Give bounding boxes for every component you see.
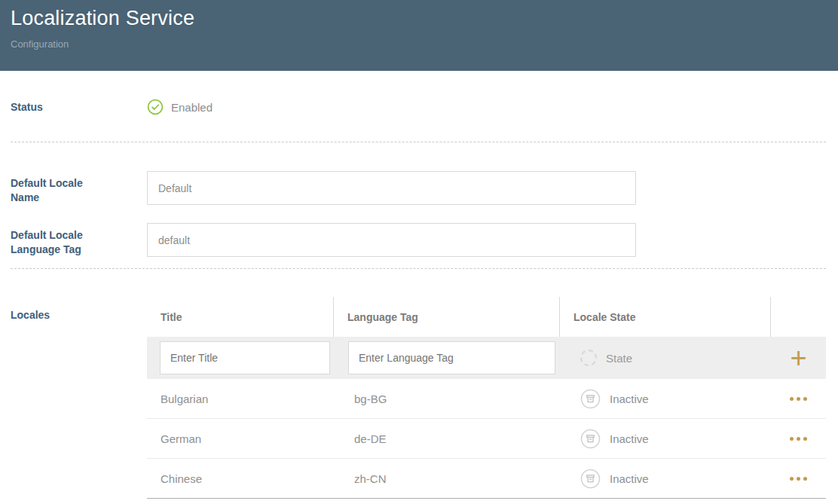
status-row: Status Enabled bbox=[11, 99, 826, 115]
locale-row-bulgarian: Bulgarian bg-BG Inactive bbox=[147, 379, 826, 419]
page-header: Localization Service Configuration bbox=[0, 0, 838, 71]
localization-service-page: Localization Service Configuration Statu… bbox=[0, 0, 838, 504]
locale-state-text: Inactive bbox=[610, 432, 649, 445]
locale-language-tag: zh-CN bbox=[334, 459, 560, 498]
add-locale-row: State + bbox=[147, 337, 826, 379]
locales-table: Title Language Tag Locale State bbox=[147, 297, 826, 499]
locale-title: German bbox=[147, 419, 334, 458]
inactive-state-icon bbox=[580, 389, 601, 409]
locale-row-german: German de-DE Inactive bbox=[147, 419, 826, 459]
default-locale-tag-input[interactable] bbox=[147, 223, 636, 257]
default-locale-tag-row: Default Locale Language Tag bbox=[11, 223, 826, 257]
column-header-language-tag: Language Tag bbox=[334, 297, 560, 337]
section-divider bbox=[11, 268, 826, 269]
inactive-state-icon bbox=[580, 469, 601, 489]
table-header-row: Title Language Tag Locale State bbox=[147, 297, 826, 337]
locale-title: Chinese bbox=[147, 459, 334, 498]
page-title: Localization Service bbox=[11, 7, 826, 30]
row-menu-ellipsis-icon[interactable] bbox=[787, 393, 810, 405]
new-locale-title-input[interactable] bbox=[160, 341, 330, 374]
locale-state-badge: Inactive bbox=[580, 389, 649, 409]
column-header-locale-state: Locale State bbox=[560, 297, 771, 337]
status-toggle[interactable]: Enabled bbox=[147, 99, 826, 115]
locales-section: Locales Title Language Tag Locale State bbox=[11, 297, 826, 499]
locale-state-text: Inactive bbox=[610, 393, 649, 405]
new-locale-state-toggle[interactable]: State bbox=[580, 350, 632, 366]
page-subtitle: Configuration bbox=[11, 38, 826, 50]
locale-title: Bulgarian bbox=[147, 379, 334, 418]
default-locale-name-input[interactable] bbox=[147, 171, 636, 205]
state-toggle-label: State bbox=[606, 352, 632, 365]
default-locale-name-label: Default Locale Name bbox=[11, 171, 147, 205]
locale-language-tag: de-DE bbox=[334, 419, 560, 458]
status-value: Enabled bbox=[171, 101, 213, 114]
default-locale-tag-label: Default Locale Language Tag bbox=[11, 223, 147, 257]
locale-state-badge: Inactive bbox=[580, 469, 649, 489]
default-locale-name-row: Default Locale Name bbox=[11, 171, 826, 205]
add-locale-button[interactable]: + bbox=[785, 347, 811, 369]
column-header-title: Title bbox=[147, 297, 334, 337]
locale-row-chinese: Chinese zh-CN Inactive bbox=[147, 459, 826, 499]
locales-label: Locales bbox=[11, 297, 147, 322]
section-divider bbox=[11, 142, 826, 142]
column-header-actions bbox=[771, 297, 826, 337]
new-locale-tag-input[interactable] bbox=[348, 341, 555, 374]
inactive-state-icon bbox=[580, 429, 601, 449]
locale-state-badge: Inactive bbox=[580, 429, 649, 449]
locale-language-tag: bg-BG bbox=[334, 379, 560, 418]
row-menu-ellipsis-icon[interactable] bbox=[787, 472, 810, 485]
state-placeholder-icon bbox=[580, 350, 597, 366]
status-label: Status bbox=[11, 100, 147, 115]
configuration-panel: Status Enabled Default Locale Name De bbox=[0, 99, 838, 499]
locale-state-text: Inactive bbox=[610, 472, 649, 485]
row-menu-ellipsis-icon[interactable] bbox=[787, 432, 810, 445]
check-circle-icon bbox=[147, 99, 164, 115]
